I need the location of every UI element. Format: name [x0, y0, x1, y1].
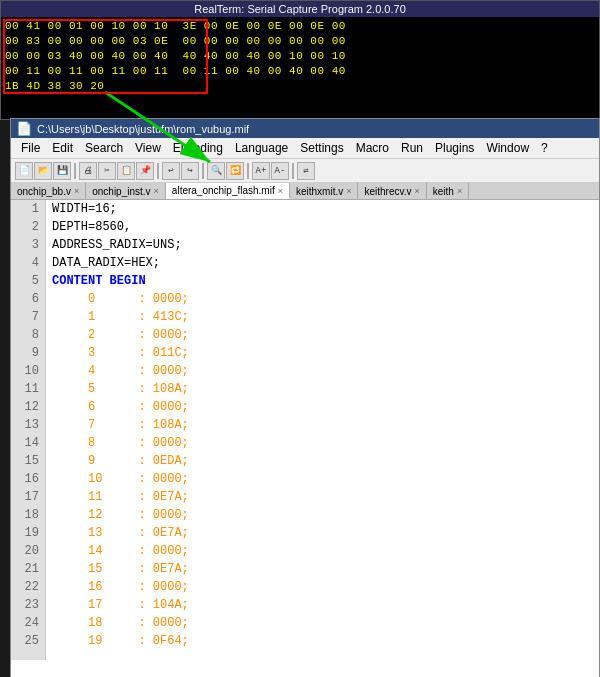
- tab-label-onchip-inst: onchip_inst.v: [92, 186, 150, 197]
- code-line-11: 5 : 108A;: [52, 380, 593, 398]
- ln-19: 19: [17, 524, 39, 542]
- tab-close-keithrecv[interactable]: ×: [415, 186, 420, 196]
- menu-view[interactable]: View: [129, 140, 167, 156]
- toolbar-sep1: [74, 163, 76, 179]
- code-line-21: 15 : 0E7A;: [52, 560, 593, 578]
- hex-row-4: 00 11 00 11 00 11 00 11 00 11 00 40 00 4…: [5, 64, 595, 79]
- npp-tabs: onchip_bb.v × onchip_inst.v × altera_onc…: [11, 183, 599, 200]
- ln-23: 23: [17, 596, 39, 614]
- toolbar-replace[interactable]: 🔁: [226, 162, 244, 180]
- toolbar-print[interactable]: 🖨: [79, 162, 97, 180]
- ln-2: 2: [17, 218, 39, 236]
- toolbar-sep3: [202, 163, 204, 179]
- tab-label-keith: keith: [433, 186, 454, 197]
- ln-12: 12: [17, 398, 39, 416]
- code-line-1: WIDTH=16;: [52, 200, 593, 218]
- ln-3: 3: [17, 236, 39, 254]
- code-line-19: 13 : 0E7A;: [52, 524, 593, 542]
- code-line-9: 3 : 011C;: [52, 344, 593, 362]
- menu-plugins[interactable]: Plugins: [429, 140, 480, 156]
- code-line-24: 18 : 0000;: [52, 614, 593, 632]
- code-line-18: 12 : 0000;: [52, 506, 593, 524]
- code-line-25: 19 : 0F64;: [52, 632, 593, 650]
- ln-25: 25: [17, 632, 39, 650]
- toolbar-sep5: [292, 163, 294, 179]
- realterm-window: RealTerm: Serial Capture Program 2.0.0.7…: [0, 0, 600, 120]
- tab-keithrecv[interactable]: keithrecv.v ×: [358, 183, 426, 199]
- toolbar-find[interactable]: 🔍: [207, 162, 225, 180]
- toolbar-wrap[interactable]: ⇌: [297, 162, 315, 180]
- toolbar-open[interactable]: 📂: [34, 162, 52, 180]
- menu-help[interactable]: ?: [535, 140, 554, 156]
- toolbar-save[interactable]: 💾: [53, 162, 71, 180]
- ln-4: 4: [17, 254, 39, 272]
- hex-row-1: 00 41 00 01 00 10 00 10 3E 00 0E 00 0E 0…: [5, 19, 595, 34]
- ln-7: 7: [17, 308, 39, 326]
- tab-onchip-bb[interactable]: onchip_bb.v ×: [11, 183, 86, 199]
- tab-keithxmit[interactable]: keithxmit.v ×: [290, 183, 359, 199]
- tab-close-keithxmit[interactable]: ×: [346, 186, 351, 196]
- toolbar-sep2: [157, 163, 159, 179]
- hex-row-2: 00 83 00 00 00 00 03 0E 00 00 00 00 00 0…: [5, 34, 595, 49]
- menu-language[interactable]: Language: [229, 140, 294, 156]
- code-line-2: DEPTH=8560,: [52, 218, 593, 236]
- menu-settings[interactable]: Settings: [294, 140, 349, 156]
- toolbar-new[interactable]: 📄: [15, 162, 33, 180]
- toolbar-copy[interactable]: 📋: [117, 162, 135, 180]
- tab-close-mif[interactable]: ×: [278, 186, 283, 196]
- tab-label-onchip-bb: onchip_bb.v: [17, 186, 71, 197]
- ln-24: 24: [17, 614, 39, 632]
- ln-14: 14: [17, 434, 39, 452]
- code-line-15: 9 : 0EDA;: [52, 452, 593, 470]
- ln-10: 10: [17, 362, 39, 380]
- code-line-14: 8 : 0000;: [52, 434, 593, 452]
- toolbar-zoom-out[interactable]: A-: [271, 162, 289, 180]
- npp-window: 📄 C:\Users\jb\Desktop\justufm\rom_vubug.…: [10, 118, 600, 677]
- npp-menubar: File Edit Search View Encoding Language …: [11, 138, 599, 159]
- ln-5: 5: [17, 272, 39, 290]
- ln-15: 15: [17, 452, 39, 470]
- ln-17: 17: [17, 488, 39, 506]
- ln-21: 21: [17, 560, 39, 578]
- npp-editor: 1 2 3 4 5 6 7 8 9 10 11 12 13 14 15 16 1…: [11, 200, 599, 660]
- hex-row-3: 00 00 03 40 00 40 00 40 40 40 00 40 00 1…: [5, 49, 595, 64]
- tab-close-keith[interactable]: ×: [457, 186, 462, 196]
- tab-onchip-inst[interactable]: onchip_inst.v ×: [86, 183, 166, 199]
- toolbar-zoom-in[interactable]: A+: [252, 162, 270, 180]
- code-line-8: 2 : 0000;: [52, 326, 593, 344]
- ln-8: 8: [17, 326, 39, 344]
- code-line-12: 6 : 0000;: [52, 398, 593, 416]
- toolbar-undo[interactable]: ↩: [162, 162, 180, 180]
- code-line-6: 0 : 0000;: [52, 290, 593, 308]
- realterm-titlebar: RealTerm: Serial Capture Program 2.0.0.7…: [1, 1, 599, 17]
- menu-encoding[interactable]: Encoding: [167, 140, 229, 156]
- code-area[interactable]: WIDTH=16; DEPTH=8560, ADDRESS_RADIX=UNS;…: [46, 200, 599, 660]
- ln-20: 20: [17, 542, 39, 560]
- menu-search[interactable]: Search: [79, 140, 129, 156]
- toolbar-redo[interactable]: ↪: [181, 162, 199, 180]
- npp-titlebar: 📄 C:\Users\jb\Desktop\justufm\rom_vubug.…: [11, 119, 599, 138]
- tab-label-mif: altera_onchip_flash.mif: [172, 185, 275, 196]
- tab-mif[interactable]: altera_onchip_flash.mif ×: [166, 183, 290, 199]
- npp-toolbar: 📄 📂 💾 🖨 ✂ 📋 📌 ↩ ↪ 🔍 🔁 A+ A- ⇌: [11, 159, 599, 183]
- ln-1: 1: [17, 200, 39, 218]
- ln-11: 11: [17, 380, 39, 398]
- tab-close-onchip-bb[interactable]: ×: [74, 186, 79, 196]
- menu-edit[interactable]: Edit: [46, 140, 79, 156]
- code-line-3: ADDRESS_RADIX=UNS;: [52, 236, 593, 254]
- tab-label-keithxmit: keithxmit.v: [296, 186, 343, 197]
- ln-18: 18: [17, 506, 39, 524]
- toolbar-cut[interactable]: ✂: [98, 162, 116, 180]
- menu-macro[interactable]: Macro: [350, 140, 395, 156]
- menu-window[interactable]: Window: [480, 140, 535, 156]
- menu-run[interactable]: Run: [395, 140, 429, 156]
- tab-close-onchip-inst[interactable]: ×: [154, 186, 159, 196]
- toolbar-paste[interactable]: 📌: [136, 162, 154, 180]
- ln-16: 16: [17, 470, 39, 488]
- npp-title: C:\Users\jb\Desktop\justufm\rom_vubug.mi…: [37, 123, 249, 135]
- menu-file[interactable]: File: [15, 140, 46, 156]
- line-numbers: 1 2 3 4 5 6 7 8 9 10 11 12 13 14 15 16 1…: [11, 200, 46, 660]
- tab-keith[interactable]: keith ×: [427, 183, 469, 199]
- code-line-23: 17 : 104A;: [52, 596, 593, 614]
- hex-row-5: 1B 4D 38 30 20: [5, 79, 595, 94]
